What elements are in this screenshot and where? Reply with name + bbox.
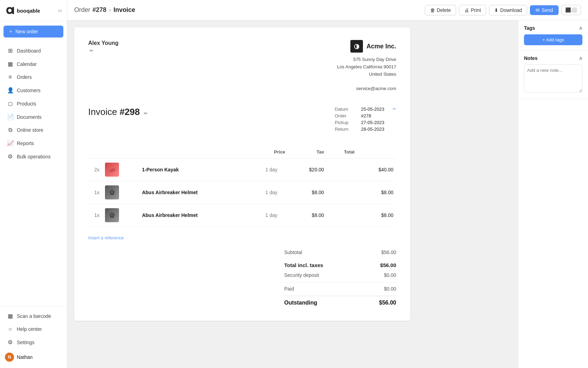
invoice-title: Invoice #298 ✏ bbox=[88, 107, 148, 133]
breadcrumb-invoice: Invoice bbox=[113, 6, 135, 14]
settings-icon: ⚙ bbox=[7, 339, 13, 346]
total-incl-taxes-row: Total incl. taxes $56.00 bbox=[284, 260, 396, 270]
user-name: Nathan bbox=[17, 354, 33, 360]
item-price: $20.00 bbox=[288, 158, 327, 181]
totals-section: Subtotal $56.00 Total incl. taxes $56.00… bbox=[88, 247, 396, 308]
item-name: Abus Airbreaker Helmet bbox=[139, 181, 255, 204]
breadcrumb: Order #278 > Invoice bbox=[74, 6, 421, 14]
sidebar-item-online-store[interactable]: ⧉ Online store bbox=[2, 124, 65, 136]
tags-label: Tags bbox=[524, 25, 535, 31]
edit-client-icon[interactable]: ✏ bbox=[90, 48, 93, 53]
sidebar-item-calendar[interactable]: ▦ Calendar bbox=[2, 57, 65, 70]
item-name: 1-Person Kayak bbox=[139, 158, 255, 181]
online-store-icon: ⧉ bbox=[7, 127, 13, 133]
user-row[interactable]: N Nathan bbox=[0, 349, 67, 365]
tags-collapse-icon[interactable]: ∧ bbox=[579, 25, 582, 31]
download-icon: ⬇ bbox=[494, 7, 498, 13]
breadcrumb-order-number[interactable]: #278 bbox=[92, 6, 106, 14]
invoice-meta: Datum 25-05-2023 ✏ Order #278 Pickup 27-… bbox=[335, 107, 397, 133]
item-duration: 1 day bbox=[255, 204, 288, 226]
dashboard-icon: ⊞ bbox=[7, 47, 13, 54]
item-duration: 1 day bbox=[255, 181, 288, 204]
sidebar: booqable ‹› ＋ New order ⊞ Dashboard ▦ Ca… bbox=[0, 0, 67, 368]
item-qty: 1x bbox=[88, 181, 102, 204]
sidebar-item-scan-barcode[interactable]: ▦ Scan a barcode bbox=[2, 309, 65, 322]
delete-button[interactable]: 🗑 Delete bbox=[425, 5, 456, 15]
pickup-row: Pickup 27-05-2023 bbox=[335, 120, 397, 125]
svg-point-0 bbox=[8, 9, 12, 12]
security-deposit-row: Security deposit $0.00 bbox=[284, 270, 396, 280]
layout-toggle-button[interactable]: ⬛⬜ bbox=[561, 5, 581, 15]
insert-reference-link[interactable]: Insert a reference bbox=[88, 235, 124, 240]
item-price: $8.00 bbox=[288, 204, 327, 226]
company-address-1: 575 Sunny Day Drive bbox=[337, 56, 396, 63]
products-icon: ◻ bbox=[7, 100, 13, 107]
topbar: Order #278 > Invoice 🗑 Delete 🖨 Print ⬇ … bbox=[67, 0, 588, 20]
plus-icon: ＋ bbox=[8, 28, 13, 35]
client-name: Alex Young bbox=[88, 40, 119, 46]
invoice-header: Alex Young ✏ ◑ Acme Inc. 575 Sunny Day D… bbox=[88, 40, 396, 93]
item-thumbnail bbox=[102, 158, 139, 181]
add-tags-button[interactable]: + Add tags bbox=[524, 34, 582, 45]
sidebar-logo-area: booqable ‹› bbox=[0, 0, 67, 21]
print-button[interactable]: 🖨 Print bbox=[459, 5, 486, 15]
invoice-container: Alex Young ✏ ◑ Acme Inc. 575 Sunny Day D… bbox=[67, 20, 518, 368]
svg-rect-3 bbox=[110, 194, 114, 195]
item-image bbox=[105, 163, 119, 177]
sidebar-item-dashboard[interactable]: ⊞ Dashboard bbox=[2, 44, 65, 57]
collapse-sidebar-button[interactable]: ‹› bbox=[58, 7, 62, 14]
item-price: $8.00 bbox=[288, 181, 327, 204]
invoice-title-section: Invoice #298 ✏ Datum 25-05-2023 ✏ Order … bbox=[88, 107, 396, 133]
layout-icon: ⬛⬜ bbox=[565, 7, 577, 13]
send-button[interactable]: ✉ Send bbox=[530, 5, 559, 15]
sidebar-item-products[interactable]: ◻ Products bbox=[2, 97, 65, 110]
order-row: Order #278 bbox=[335, 113, 397, 118]
company-logo-icon: ◑ bbox=[350, 40, 363, 53]
documents-icon: 📄 bbox=[7, 114, 13, 120]
bulk-operations-icon: ⚙ bbox=[7, 153, 13, 160]
company-email: service@acme.com bbox=[337, 85, 396, 93]
sidebar-item-reports[interactable]: 📈 Reports bbox=[2, 137, 65, 150]
items-table: Price Tax Total 2x bbox=[88, 146, 396, 227]
svg-point-1 bbox=[108, 168, 116, 173]
logo: booqable bbox=[5, 6, 40, 15]
company-info: ◑ Acme Inc. 575 Sunny Day Drive Los Ange… bbox=[337, 40, 396, 93]
item-total: $8.00 bbox=[357, 204, 396, 226]
send-icon: ✉ bbox=[536, 7, 540, 13]
client-info: Alex Young ✏ bbox=[88, 40, 119, 93]
sidebar-nav: ⊞ Dashboard ▦ Calendar ≡ Orders 👤 Custom… bbox=[0, 42, 67, 306]
tags-section-header: Tags ∧ bbox=[524, 25, 582, 31]
sidebar-item-customers[interactable]: 👤 Customers bbox=[2, 84, 65, 97]
item-tax bbox=[327, 158, 357, 181]
item-duration: 1 day bbox=[255, 158, 288, 181]
company-logo-area: ◑ Acme Inc. bbox=[337, 40, 396, 53]
logo-text: booqable bbox=[17, 8, 40, 14]
new-order-button[interactable]: ＋ New order bbox=[4, 26, 63, 38]
invoice-card: Alex Young ✏ ◑ Acme Inc. 575 Sunny Day D… bbox=[74, 27, 410, 321]
download-button[interactable]: ⬇ Download bbox=[489, 5, 527, 15]
sidebar-item-help-center[interactable]: ○ Help center bbox=[2, 323, 65, 335]
edit-datum-icon[interactable]: ✏ bbox=[393, 107, 396, 111]
notes-section-header: Notes ∧ bbox=[524, 55, 582, 61]
item-total: $8.00 bbox=[357, 181, 396, 204]
edit-invoice-number-icon[interactable]: ✏ bbox=[144, 111, 148, 116]
item-thumbnail bbox=[102, 204, 139, 226]
topbar-actions: 🗑 Delete 🖨 Print ⬇ Download ✉ Send ⬛⬜ bbox=[425, 5, 581, 15]
item-thumbnail bbox=[102, 181, 139, 204]
help-icon: ○ bbox=[7, 326, 13, 332]
sidebar-item-bulk-operations[interactable]: ⚙ Bulk operations bbox=[2, 150, 65, 163]
logo-icon bbox=[5, 6, 15, 15]
sidebar-item-documents[interactable]: 📄 Documents bbox=[2, 110, 65, 123]
item-image bbox=[105, 208, 119, 222]
return-row: Return 28-05-2023 bbox=[335, 127, 397, 132]
company-address-3: United States bbox=[337, 71, 396, 78]
notes-textarea[interactable] bbox=[524, 64, 582, 93]
table-row: 1x Abus Airbreaker Helmet 1 day $8.00 bbox=[88, 181, 396, 204]
content-area: Alex Young ✏ ◑ Acme Inc. 575 Sunny Day D… bbox=[67, 20, 588, 368]
item-tax bbox=[327, 181, 357, 204]
item-qty: 2x bbox=[88, 158, 102, 181]
notes-collapse-icon[interactable]: ∧ bbox=[579, 55, 582, 61]
svg-rect-5 bbox=[110, 217, 114, 218]
sidebar-item-orders[interactable]: ≡ Orders bbox=[2, 71, 65, 83]
sidebar-item-settings[interactable]: ⚙ Settings bbox=[2, 336, 65, 349]
